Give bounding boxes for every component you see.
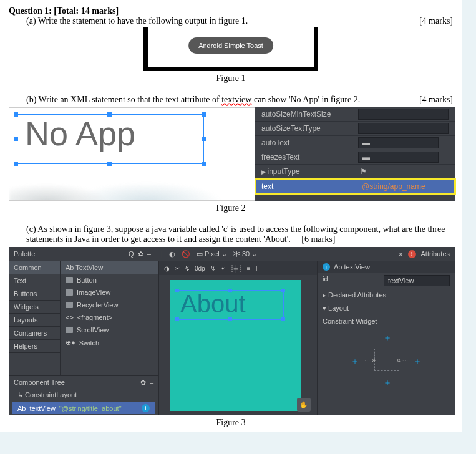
property-row[interactable]: autoSizeMinTextSize — [255, 107, 455, 122]
zoom-select[interactable]: 🞵 30 ⌄ — [233, 250, 257, 258]
button-icon — [66, 277, 73, 283]
device-select[interactable]: ▭ Pixel ⌄ — [197, 250, 227, 258]
part-c-marks: [6 marks] — [301, 234, 335, 244]
attributes-title: Attributes — [421, 250, 450, 258]
tree-root[interactable]: ↳ ConstraintLayout — [9, 389, 158, 401]
palette-cat[interactable]: Text — [9, 274, 60, 287]
attr-selected: i Ab textView — [318, 261, 455, 273]
info-icon[interactable]: i — [142, 404, 150, 412]
toast-message: Android Simple Toast — [188, 37, 273, 54]
tree-node-selected[interactable]: Ab textView "@string/title_about" i — [12, 402, 155, 414]
part-b-marks: [4 marks] — [419, 95, 453, 105]
attr-section[interactable]: Layout — [318, 302, 455, 315]
palette-tools[interactable]: Q ✿ – — [129, 250, 151, 258]
palette-item[interactable]: <><fragment> — [61, 311, 158, 324]
plus-icon[interactable]: ＋ — [351, 356, 359, 367]
palette-cat[interactable]: Layouts — [9, 314, 60, 327]
plus-icon[interactable]: ＋ — [413, 356, 422, 367]
palette-item[interactable]: ⊕●Switch — [61, 336, 158, 349]
figure-2-caption: Figure 2 — [9, 203, 453, 213]
figure-3: Palette Q ✿ – |◐ 🚫 ▭ Pixel ⌄ 🞵 30 ⌄ » ! … — [9, 247, 455, 415]
palette-items[interactable]: Ab TextView Button ImageView RecyclerVie… — [61, 261, 158, 375]
property-row[interactable]: autoSizeTextType — [255, 122, 455, 136]
palette-cat[interactable]: Helpers — [9, 340, 60, 353]
property-row[interactable]: inputType⚑ — [255, 165, 455, 179]
eye-icon[interactable]: ◐ — [169, 250, 175, 258]
part-a-marks: [4 marks] — [419, 16, 453, 26]
palette-cat[interactable]: Widgets — [9, 301, 60, 314]
design-preview[interactable]: No App — [9, 107, 255, 201]
part-c: (c) As shown in figure 3, suppose a java… — [9, 225, 453, 244]
component-tree-title: Component Tree — [14, 379, 65, 387]
palette-item[interactable]: RecyclerView — [61, 299, 158, 311]
attr-id-row[interactable]: id textView — [318, 273, 455, 289]
part-a: (a) Write the statement to have the foll… — [26, 16, 248, 26]
attr-id-input[interactable]: textView — [384, 275, 450, 286]
canvas-toolbar[interactable]: ◑✂↯ 0dp↯✶ ┊╪┊≡I — [159, 261, 317, 275]
component-tree-tools[interactable]: ✿ – — [140, 379, 153, 387]
palette-cat[interactable]: Common — [9, 261, 60, 274]
property-row[interactable]: freezesText▬ — [255, 150, 455, 165]
figure-1-caption: Figure 1 — [9, 74, 453, 84]
palette-item[interactable]: Button — [61, 274, 158, 286]
part-b: (b) Write an XML statement so that the t… — [26, 95, 360, 105]
palette-title: Palette — [14, 250, 35, 258]
palette-cat[interactable]: Buttons — [9, 287, 60, 301]
no-icon[interactable]: 🚫 — [182, 250, 190, 258]
figure-2: No App autoSizeMinTextSize autoSizeTextT… — [9, 107, 455, 201]
constraint-widget[interactable]: ＋ ＋ ＋ ＋ ··· »« ··· — [346, 331, 427, 387]
selection-box[interactable] — [177, 290, 284, 320]
palette-item[interactable]: ScrollView — [61, 324, 158, 336]
palette-categories[interactable]: Common Text Buttons Widgets Layouts Cont… — [9, 261, 61, 375]
plus-icon[interactable]: ＋ — [383, 332, 392, 344]
image-icon — [66, 289, 73, 296]
pan-tool-icon[interactable]: ✋ — [297, 398, 311, 412]
selection-box[interactable] — [16, 114, 204, 164]
property-text-row[interactable]: text @string/app_name — [255, 179, 455, 194]
list-icon — [66, 302, 73, 308]
figure-1: Android Simple Toast — [143, 27, 318, 71]
plus-icon[interactable]: ＋ — [383, 377, 392, 389]
design-surface-toolbar[interactable]: |◐ 🚫 ▭ Pixel ⌄ 🞵 30 ⌄ — [156, 250, 257, 258]
scroll-icon — [66, 327, 73, 333]
palette-item[interactable]: ImageView — [61, 286, 158, 299]
properties-panel: autoSizeMinTextSize autoSizeTextType aut… — [255, 107, 455, 201]
figure-3-caption: Figure 3 — [9, 418, 453, 428]
warning-badge[interactable]: ! — [408, 250, 416, 258]
info-icon: i — [323, 263, 330, 271]
attr-section[interactable]: Declared Attributes — [318, 289, 455, 302]
question-title: Question 1: [Total: 14 marks] — [9, 6, 453, 16]
attr-constraint-label: Constraint Widget — [318, 315, 455, 327]
property-row[interactable]: autoText▬ — [255, 136, 455, 150]
palette-cat[interactable]: Containers — [9, 327, 60, 340]
palette-item[interactable]: Ab TextView — [61, 261, 158, 274]
